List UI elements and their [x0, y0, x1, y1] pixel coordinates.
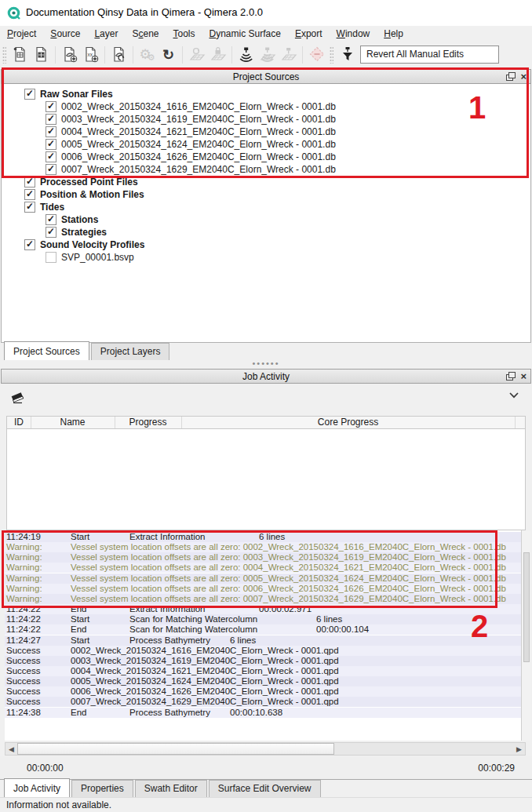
manual-edit-mode-combo[interactable]: Revert All Manual Edits [360, 46, 499, 64]
tree-item-0002-wreck-20150324-1616-em2040c-elorn-wreck-0001-db[interactable]: ✓0002_Wreck_20150324_1616_EM2040C_Elorn_… [2, 100, 530, 113]
menu-tools[interactable]: Tools [166, 27, 202, 41]
tab-swath-editor[interactable]: Swath Editor [135, 780, 207, 797]
job-timeline: 00:00:00 00:00:29 [0, 756, 532, 779]
lock-dynamic-surface-icon[interactable] [207, 44, 228, 65]
float-icon[interactable] [506, 72, 515, 81]
log-row[interactable]: 11:24:38EndProcess Bathymetry00:00:10.63… [5, 708, 521, 718]
scroll-left-icon[interactable]: ◀ [5, 743, 17, 755]
log-row[interactable]: Success0003_Wreck_20150324_1619_EM2040C_… [5, 656, 521, 666]
checkbox-icon[interactable]: ✓ [46, 139, 56, 150]
log-row[interactable]: Warning:Vessel system location offsets a… [5, 594, 521, 604]
tree-item-tides[interactable]: ✓Tides [2, 201, 530, 213]
checkbox-icon[interactable]: ✓ [24, 202, 35, 213]
tree-item-svp-00001-bsvp[interactable]: SVP_00001.bsvp [2, 251, 530, 264]
log-vertical-scrollbar[interactable] [521, 530, 530, 741]
tree-item-strategies[interactable]: ✓Strategies [2, 226, 530, 239]
log-row[interactable]: Success0006_Wreck_20150324_1626_EM2040C_… [5, 686, 521, 697]
checkbox-icon[interactable]: ✓ [46, 126, 56, 137]
float-icon[interactable] [506, 372, 515, 381]
close-icon[interactable]: × [520, 71, 527, 82]
log-row[interactable]: Warning:Vessel system location offsets a… [5, 573, 521, 584]
checkbox-icon[interactable]: ✓ [24, 89, 35, 100]
add-raw-sonar-files-icon[interactable] [59, 44, 80, 65]
log-vertical-scrollbar-thumb[interactable] [523, 552, 530, 662]
checkbox-icon[interactable]: ✓ [46, 227, 56, 238]
manual-edit-filter-icon[interactable] [337, 44, 358, 65]
log-cell: End [71, 624, 86, 635]
close-icon[interactable]: × [520, 371, 527, 381]
tree-item-processed-point-files[interactable]: ✓Processed Point Files [2, 176, 530, 188]
slice-editor-icon[interactable] [278, 44, 299, 65]
scroll-right-icon[interactable]: ▶ [513, 743, 525, 755]
tree-item-0004-wreck-20150324-1621-em2040c-elorn-wreck-0001-db[interactable]: ✓0004_Wreck_20150324_1621_EM2040C_Elorn_… [2, 126, 530, 138]
tree-item-label: SVP_00001.bsvp [61, 252, 134, 263]
toolbar-grip[interactable] [2, 46, 6, 64]
tree-item-raw-sonar-files[interactable]: ✓Raw Sonar Files [2, 88, 530, 100]
reload-raw-sonar-files-icon[interactable] [108, 44, 129, 65]
tab-project-sources[interactable]: Project Sources [4, 341, 89, 360]
rebuild-dynamic-surface-icon[interactable] [186, 44, 207, 65]
tree-item-0006-wreck-20150324-1626-em2040c-elorn-wreck-0001-db[interactable]: ✓0006_Wreck_20150324_1626_EM2040C_Elorn_… [2, 151, 530, 163]
tree-item-0007-wreck-20150324-1629-em2040c-elorn-wreck-0001-db[interactable]: ✓0007_Wreck_20150324_1629_EM2040C_Elorn_… [2, 163, 530, 176]
tree-item-position-motion-files[interactable]: ✓Position & Motion Files [2, 188, 530, 201]
checkbox-icon[interactable]: ✓ [24, 189, 35, 200]
refresh-project-icon[interactable]: ↻ [158, 44, 179, 65]
checkbox-icon[interactable]: ✓ [46, 114, 56, 125]
column-header-id[interactable]: ID [7, 417, 31, 428]
checkbox-icon[interactable]: ✓ [24, 239, 35, 250]
log-row[interactable]: Warning:Vessel system location offsets a… [5, 584, 521, 594]
open-project-icon[interactable] [31, 44, 52, 65]
tab-properties[interactable]: Properties [71, 780, 133, 797]
checkbox-icon[interactable]: ✓ [46, 214, 56, 225]
menu-help[interactable]: Help [377, 27, 410, 41]
tab-job-activity[interactable]: Job Activity [4, 778, 70, 797]
log-row[interactable]: 11:24:27StartProcess Bathymetry6 lines [5, 635, 521, 646]
log-row[interactable]: 11:24:22EndScan for Matching Watercolumn… [5, 624, 521, 635]
log-row[interactable]: Warning:Vessel system location offsets a… [5, 563, 521, 573]
clear-log-icon[interactable] [8, 388, 27, 407]
menu-source[interactable]: Source [43, 27, 87, 41]
log-row[interactable]: Success0007_Wreck_20150324_1629_EM2040C_… [5, 697, 521, 707]
checkbox-icon[interactable] [46, 252, 56, 263]
log-row[interactable]: Success0005_Wreck_20150324_1624_EM2040C_… [5, 676, 521, 686]
filter-area-icon[interactable] [306, 44, 327, 65]
checkbox-icon[interactable]: ✓ [24, 177, 35, 188]
column-header-progress[interactable]: Progress [115, 417, 182, 428]
water-column-ping-icon[interactable] [235, 44, 257, 65]
log-row[interactable]: Warning:Vessel system location offsets a… [5, 542, 521, 552]
tree-item-0003-wreck-20150324-1619-em2040c-elorn-wreck-0001-db[interactable]: ✓0003_Wreck_20150324_1619_EM2040C_Elorn_… [2, 113, 530, 126]
menu-export[interactable]: Export [288, 27, 330, 41]
tab-surface-edit-overview[interactable]: Surface Edit Overview [209, 780, 321, 797]
log-cell: Vessel system location offsets are all z… [71, 563, 506, 573]
new-project-icon[interactable] [9, 44, 31, 65]
menu-project[interactable]: Project [0, 27, 43, 41]
processing-settings-icon[interactable]: ⚙⚙ [137, 44, 158, 65]
tree-item-0005-wreck-20150324-1624-em2040c-elorn-wreck-0001-db[interactable]: ✓0005_Wreck_20150324_1624_EM2040C_Elorn_… [2, 138, 530, 151]
log-row[interactable]: Success0004_Wreck_20150324_1621_EM2040C_… [5, 666, 521, 676]
toolbar-grip[interactable] [330, 46, 333, 64]
log-row[interactable]: 11:24:22StartScan for Matching Watercolu… [5, 614, 521, 624]
add-processed-point-files-icon[interactable]: xx [80, 44, 101, 65]
column-header-name[interactable]: Name [31, 417, 115, 428]
tree-item-stations[interactable]: ✓Stations [2, 213, 530, 226]
checkbox-icon[interactable]: ✓ [46, 151, 56, 162]
tab-project-layers[interactable]: Project Layers [91, 343, 170, 360]
log-row[interactable]: 11:24:22EndExtract Information00:00:02.9… [5, 604, 521, 614]
log-cell: Vessel system location offsets are all z… [71, 584, 506, 594]
tree-item-sound-velocity-profiles[interactable]: ✓Sound Velocity Profiles [2, 239, 530, 251]
menu-layer[interactable]: Layer [87, 27, 125, 41]
menu-scene[interactable]: Scene [125, 27, 166, 41]
menu-dynamic-surface[interactable]: Dynamic Surface [202, 27, 288, 41]
checkbox-icon[interactable]: ✓ [46, 101, 56, 112]
panel-splitter[interactable]: •••••• [0, 360, 532, 369]
job-activity-horizontal-scrollbar[interactable]: ◀ ▶ [5, 742, 526, 756]
horizontal-scrollbar-thumb[interactable] [17, 743, 334, 755]
collapse-chevron-icon[interactable] [508, 390, 520, 401]
log-row[interactable]: Warning:Vessel system location offsets a… [5, 552, 521, 563]
menu-window[interactable]: Window [330, 27, 377, 41]
log-row[interactable]: Success0002_Wreck_20150324_1616_EM2040C_… [5, 646, 521, 656]
swath-editor-icon[interactable] [257, 44, 278, 65]
column-header-core-progress[interactable]: Core Progress [181, 417, 516, 428]
log-row[interactable]: 11:24:19StartExtract Information6 lines [5, 532, 521, 542]
checkbox-icon[interactable]: ✓ [46, 164, 56, 175]
